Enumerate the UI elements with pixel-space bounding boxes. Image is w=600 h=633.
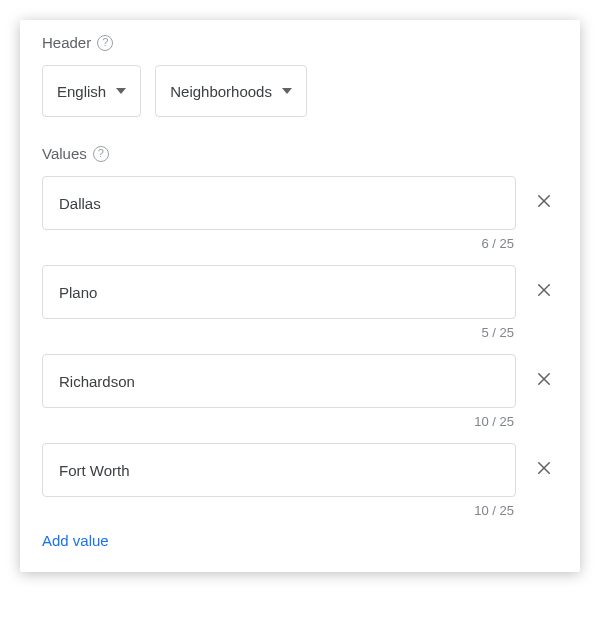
values-label-row: Values ? bbox=[42, 145, 558, 162]
value-row bbox=[42, 265, 558, 319]
chevron-down-icon bbox=[116, 88, 126, 94]
close-icon bbox=[535, 370, 553, 392]
help-icon[interactable]: ? bbox=[93, 146, 109, 162]
header-values-panel: Header ? English Neighborhoods Values ? … bbox=[20, 20, 580, 572]
help-icon[interactable]: ? bbox=[97, 35, 113, 51]
value-row bbox=[42, 176, 558, 230]
value-item: 5 / 25 bbox=[42, 265, 558, 348]
value-input[interactable] bbox=[42, 443, 516, 497]
add-value-button[interactable]: Add value bbox=[42, 532, 109, 549]
value-row bbox=[42, 443, 558, 497]
header-label: Header bbox=[42, 34, 91, 51]
remove-value-button[interactable] bbox=[530, 189, 558, 217]
char-counter: 10 / 25 bbox=[42, 408, 558, 437]
close-icon bbox=[535, 459, 553, 481]
values-list: 6 / 255 / 2510 / 2510 / 25 bbox=[42, 176, 558, 526]
value-item: 10 / 25 bbox=[42, 354, 558, 437]
value-input[interactable] bbox=[42, 265, 516, 319]
remove-value-button[interactable] bbox=[530, 278, 558, 306]
remove-value-button[interactable] bbox=[530, 367, 558, 395]
chevron-down-icon bbox=[282, 88, 292, 94]
value-item: 10 / 25 bbox=[42, 443, 558, 526]
header-type-dropdown-label: Neighborhoods bbox=[170, 83, 272, 100]
value-item: 6 / 25 bbox=[42, 176, 558, 259]
language-dropdown[interactable]: English bbox=[42, 65, 141, 117]
char-counter: 5 / 25 bbox=[42, 319, 558, 348]
char-counter: 6 / 25 bbox=[42, 230, 558, 259]
char-counter: 10 / 25 bbox=[42, 497, 558, 526]
header-dropdown-row: English Neighborhoods bbox=[42, 65, 558, 117]
value-input[interactable] bbox=[42, 354, 516, 408]
remove-value-button[interactable] bbox=[530, 456, 558, 484]
header-label-row: Header ? bbox=[42, 34, 558, 51]
header-type-dropdown[interactable]: Neighborhoods bbox=[155, 65, 307, 117]
value-input[interactable] bbox=[42, 176, 516, 230]
values-label: Values bbox=[42, 145, 87, 162]
language-dropdown-label: English bbox=[57, 83, 106, 100]
value-row bbox=[42, 354, 558, 408]
close-icon bbox=[535, 192, 553, 214]
close-icon bbox=[535, 281, 553, 303]
